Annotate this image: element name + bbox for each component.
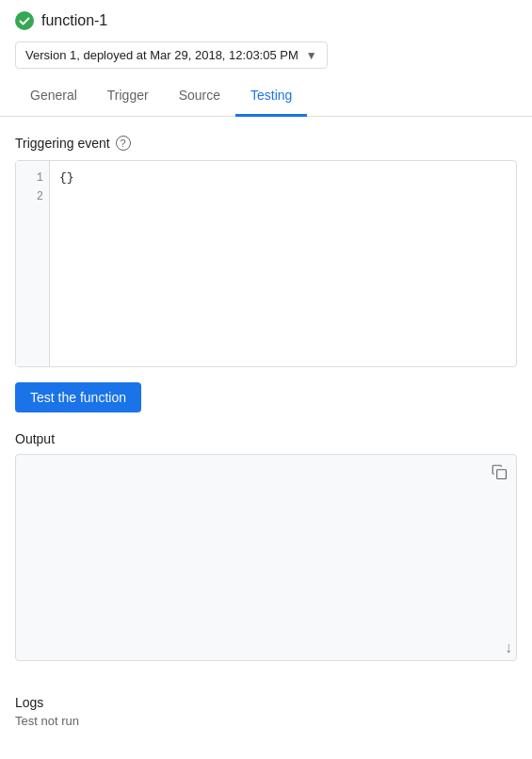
logs-label: Logs [15, 695, 517, 710]
tabs-bar: General Trigger Source Testing [0, 76, 532, 117]
check-circle-icon [15, 11, 34, 30]
tab-trigger[interactable]: Trigger [92, 76, 164, 117]
tab-testing[interactable]: Testing [235, 76, 307, 117]
version-dropdown[interactable]: Version 1, deployed at Mar 29, 2018, 12:… [15, 41, 328, 69]
output-area: ↓ [15, 454, 517, 661]
version-bar: Version 1, deployed at Mar 29, 2018, 12:… [0, 38, 532, 76]
svg-rect-1 [497, 470, 507, 479]
page-header: function-1 [0, 0, 532, 38]
help-icon[interactable]: ? [116, 136, 131, 151]
chevron-down-icon: ▼ [306, 49, 317, 62]
tab-general[interactable]: General [15, 76, 92, 117]
triggering-event-label: Triggering event ? [15, 136, 517, 151]
line-number-2: 2 [22, 187, 43, 206]
scroll-down-icon: ↓ [505, 639, 512, 656]
tab-source[interactable]: Source [164, 76, 235, 117]
copy-icon[interactable] [488, 460, 510, 483]
code-content[interactable]: {} [50, 161, 516, 366]
code-line-1: {} [59, 169, 507, 187]
output-label: Output [15, 431, 517, 446]
triggering-event-editor[interactable]: 1 2 {} [15, 160, 517, 367]
version-label: Version 1, deployed at Mar 29, 2018, 12:… [25, 48, 298, 62]
logs-status: Test not run [15, 714, 517, 728]
line-number-1: 1 [22, 169, 43, 187]
line-numbers: 1 2 [16, 161, 50, 366]
test-function-button[interactable]: Test the function [15, 382, 141, 412]
page-title: function-1 [41, 12, 107, 29]
logs-section: Logs Test not run [0, 695, 532, 743]
svg-point-0 [15, 11, 34, 30]
content-area: Triggering event ? 1 2 {} Test the funct… [0, 117, 532, 695]
